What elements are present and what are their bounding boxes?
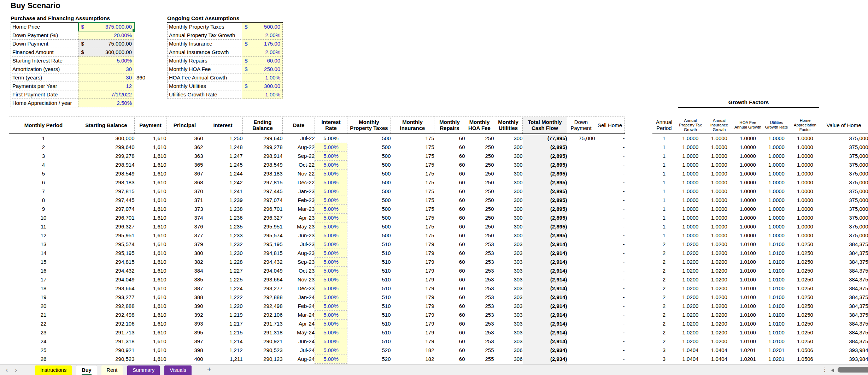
cell[interactable]: 375,000 [820,196,868,204]
cell[interactable]: 1.0100 [762,257,791,266]
cell[interactable]: 379 [166,240,203,249]
cell[interactable]: 1,214 [203,337,243,346]
cell[interactable]: 11 [9,222,78,231]
header-cell-starting-balance[interactable]: Starting Balance [78,117,135,134]
cell[interactable]: 18 [9,284,78,293]
cell[interactable]: 291,713 [243,319,283,328]
cell[interactable]: 179 [391,275,434,284]
assumption-value-monthly-utilities[interactable]: $300.00 [242,82,283,90]
cell[interactable]: 175 [391,134,434,143]
cell[interactable]: 1,219 [203,310,243,319]
cell[interactable]: 295,195 [78,249,135,257]
cell[interactable]: 179 [391,319,434,328]
cell[interactable]: 1.0250 [791,257,820,266]
cell[interactable]: 255 [465,355,494,363]
cell[interactable]: 1 [652,196,676,204]
cell[interactable]: 500 [347,151,391,160]
cell[interactable]: 1.0201 [734,355,762,363]
cell[interactable]: 1,239 [203,196,243,204]
cell[interactable]: 295,195 [243,240,283,249]
header-cell-annual-period[interactable]: Annual Period [652,117,676,134]
cell[interactable]: 5.00% [315,337,347,346]
cell[interactable]: 60 [434,187,465,196]
cell[interactable]: (2,914) [523,310,567,319]
cell[interactable]: 1.0000 [762,160,791,169]
cell[interactable]: 292,888 [78,302,135,310]
cell[interactable]: 60 [434,355,465,363]
cell[interactable]: - [595,302,625,310]
cell[interactable]: 3 [652,346,676,355]
cell[interactable]: (2,895) [523,151,567,160]
cell[interactable]: (2,914) [523,284,567,293]
cell[interactable]: 1,238 [203,204,243,213]
cell[interactable]: 294,432 [78,266,135,275]
cell[interactable]: 1 [652,178,676,187]
assumption-value-monthly-repairs[interactable]: $60.00 [242,56,283,65]
cell[interactable]: 175 [391,204,434,213]
cell[interactable]: Sep-22 [283,151,315,160]
cell[interactable]: 1,610 [135,222,166,231]
cell[interactable]: 393,984 [820,346,868,355]
cell[interactable] [625,328,652,337]
cell[interactable]: 294,049 [243,266,283,275]
cell[interactable]: - [595,231,625,240]
cell[interactable]: 1.0201 [734,346,762,355]
cell[interactable]: 1.0200 [705,257,734,266]
cell[interactable]: 1,610 [135,275,166,284]
cell[interactable]: 60 [434,275,465,284]
cell[interactable]: 1.0200 [705,249,734,257]
cell[interactable]: 1.0000 [705,187,734,196]
cell[interactable]: 1.0200 [705,310,734,319]
cell[interactable]: 290,921 [243,337,283,346]
cell[interactable]: 253 [465,257,494,266]
assumption-value-utilities-growth-rate[interactable]: 1.00% [242,90,283,99]
cell[interactable]: 1.0250 [791,284,820,293]
cell[interactable]: 1.0000 [676,178,705,187]
cell[interactable]: 1.0000 [734,196,762,204]
cell[interactable] [567,346,595,355]
cell[interactable]: Feb-24 [283,302,315,310]
cell[interactable]: 5.00% [315,187,347,196]
sheet-tab-rent[interactable]: Rent [101,365,123,375]
cell[interactable]: 5.00% [315,293,347,302]
cell[interactable]: - [595,337,625,346]
assumption-value-starting-interest-rate[interactable]: 5.00% [78,56,134,65]
cell[interactable]: 510 [347,240,391,249]
assumption-label-down-payment[interactable]: Down Payment [11,40,78,48]
cell[interactable]: 1,211 [203,355,243,363]
cell[interactable]: 12 [9,231,78,240]
cell[interactable]: 1.0000 [705,178,734,187]
cell[interactable]: 1.0200 [676,319,705,328]
cell[interactable]: 60 [434,310,465,319]
cell[interactable]: 299,640 [243,134,283,143]
cell[interactable]: 182 [391,355,434,363]
assumption-value-monthly-property-taxes[interactable]: $500.00 [242,23,283,31]
header-cell-home-appreciation-factor[interactable]: Home Appreciation Factor [791,117,820,134]
cell[interactable]: 1,610 [135,310,166,319]
cell[interactable]: 5.00% [315,213,347,222]
header-cell-date[interactable]: Date [283,117,315,134]
cell[interactable]: 362 [166,143,203,151]
cell[interactable]: 500 [347,160,391,169]
cell[interactable]: 1.0000 [676,231,705,240]
cell[interactable]: 25 [9,346,78,355]
cell[interactable]: (2,914) [523,337,567,346]
cell[interactable]: (2,895) [523,178,567,187]
cell[interactable]: 5.00% [315,196,347,204]
cell[interactable]: May-24 [283,328,315,337]
cell[interactable]: 1.0000 [705,231,734,240]
cell[interactable] [567,196,595,204]
cell[interactable]: 1.0200 [705,240,734,249]
cell[interactable]: 5 [9,169,78,178]
cell[interactable]: 20 [9,302,78,310]
cell[interactable]: 182 [391,346,434,355]
header-cell-monthly-hoa-fee[interactable]: Monthly HOA Fee [465,117,494,134]
cell[interactable]: 293,664 [243,275,283,284]
cell[interactable]: 375,000 [820,204,868,213]
cell[interactable]: 290,921 [78,346,135,355]
cell[interactable]: 303 [494,240,523,249]
cell[interactable]: 1.0000 [676,160,705,169]
cell[interactable] [567,151,595,160]
cell[interactable]: 21 [9,310,78,319]
cell[interactable]: Dec-23 [283,284,315,293]
